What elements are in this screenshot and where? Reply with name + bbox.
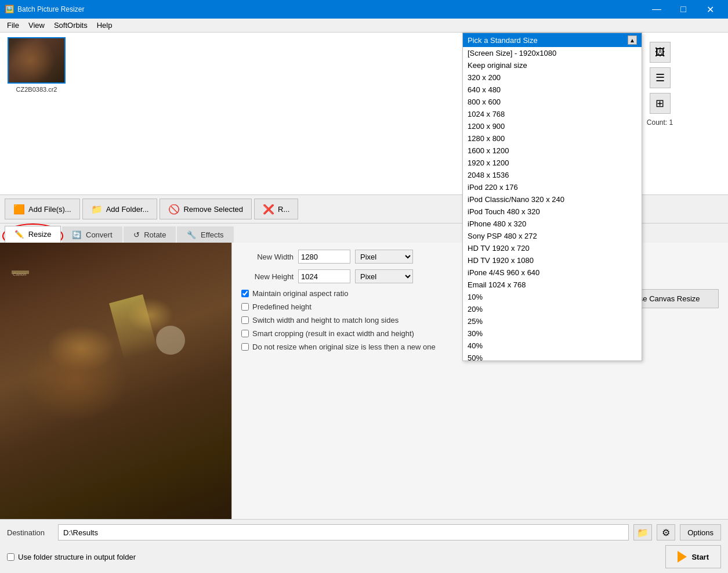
dropdown-item-4[interactable]: 800 x 600 — [463, 96, 642, 108]
destination-row: Destination 📁 ⚙ Options — [7, 524, 721, 540]
add-files-label: Add File(s)... — [28, 205, 71, 214]
start-button[interactable]: Start — [665, 545, 721, 568]
add-folder-button[interactable]: 📁 Add Folder... — [82, 199, 158, 219]
tab-resize[interactable]: ✏️ Resize — [5, 226, 61, 243]
file-item[interactable]: CZ2B0383.cr2 — [5, 37, 68, 93]
width-unit-select[interactable]: Pixel Percent Inch cm — [355, 250, 413, 264]
view-grid-button[interactable]: ⊞ — [650, 93, 671, 114]
dropdown-list[interactable]: [Screen Size] - 1920x1080 Keep original … — [463, 47, 642, 361]
dropdown-item-16[interactable]: HD TV 1920 x 720 — [463, 242, 642, 254]
dropdown-item-8[interactable]: 1600 x 1200 — [463, 145, 642, 157]
options-label: Options — [687, 528, 713, 537]
preview-panel: Canon — [0, 243, 232, 519]
maintain-aspect-checkbox[interactable] — [241, 290, 249, 297]
smart-crop-checkbox[interactable] — [241, 330, 249, 337]
menu-file[interactable]: File — [2, 20, 24, 31]
food-element-3 — [156, 326, 185, 355]
file-name: CZ2B0383.cr2 — [16, 86, 57, 93]
remove-all-button[interactable]: ❌ R... — [254, 199, 298, 219]
close-button[interactable]: ✕ — [697, 0, 723, 19]
dropdown-item-22[interactable]: 25% — [463, 315, 642, 327]
add-folder-icon: 📁 — [91, 203, 103, 215]
tab-convert[interactable]: 🔄 Convert — [62, 226, 122, 243]
view-list-button[interactable]: ☰ — [650, 67, 671, 88]
dropdown-item-7[interactable]: 1280 x 800 — [463, 132, 642, 145]
height-input[interactable] — [298, 269, 350, 283]
switch-sides-checkbox[interactable] — [241, 316, 249, 324]
width-input[interactable] — [298, 250, 350, 264]
dropdown-item-14[interactable]: iPhone 480 x 320 — [463, 218, 642, 230]
start-arrow-icon — [678, 551, 687, 563]
thumbnail-image — [9, 38, 64, 82]
predefined-height-checkbox[interactable] — [241, 303, 249, 311]
tab-effects[interactable]: 🔧 Effects — [177, 226, 233, 243]
file-thumbnail — [8, 37, 66, 84]
menu-view[interactable]: View — [24, 20, 49, 31]
resize-icon: ✏️ — [15, 230, 24, 239]
food-element-1 — [23, 340, 128, 421]
tab-rotate[interactable]: ↺ Rotate — [124, 226, 176, 243]
dropdown-item-12[interactable]: iPod Classic/Nano 320 x 240 — [463, 193, 642, 206]
remove-selected-button[interactable]: 🚫 Remove Selected — [160, 199, 252, 219]
remove-all-icon: ❌ — [263, 203, 274, 215]
switch-sides-label: Switch width and height to match long si… — [252, 316, 399, 325]
height-label: New Height — [241, 272, 294, 281]
canvas-btn-label: Use Canvas Resize — [633, 294, 700, 303]
options-button[interactable]: Options — [680, 524, 721, 540]
add-files-icon: 🟧 — [13, 203, 25, 215]
folder-structure-label: Use folder structure in output folder — [18, 553, 136, 561]
add-files-button[interactable]: 🟧 Add File(s)... — [5, 199, 80, 219]
rotate-icon: ↺ — [133, 230, 140, 239]
view-thumbnails-button[interactable]: 🖼 — [650, 42, 671, 63]
no-resize-small-checkbox[interactable] — [241, 343, 249, 351]
no-resize-small-label: Do not resize when original size is less… — [252, 343, 436, 351]
browse-destination-button[interactable]: 📁 — [633, 524, 652, 540]
dropdown-item-3[interactable]: 640 x 480 — [463, 84, 642, 96]
dropdown-item-18[interactable]: iPone 4/4S 960 x 640 — [463, 266, 642, 279]
dropdown-item-1[interactable]: Keep original size — [463, 59, 642, 71]
remove-selected-icon: 🚫 — [168, 203, 180, 215]
menu-softorbits[interactable]: SoftOrbits — [49, 20, 92, 31]
folder-structure-row: Use folder structure in output folder — [7, 553, 136, 561]
gear-button[interactable]: ⚙ — [657, 524, 675, 540]
height-unit-select[interactable]: Pixel Percent Inch cm — [355, 269, 413, 283]
dropdown-item-20[interactable]: 10% — [463, 291, 642, 303]
dropdown-item-19[interactable]: Email 1024 x 768 — [463, 279, 642, 291]
destination-input[interactable] — [58, 524, 629, 540]
dropdown-item-15[interactable]: Sony PSP 480 x 272 — [463, 230, 642, 242]
dropdown-item-13[interactable]: iPod Touch 480 x 320 — [463, 206, 642, 218]
dropdown-item-21[interactable]: 20% — [463, 303, 642, 315]
predefined-height-label: Predefined height — [252, 302, 312, 311]
dropdown-item-9[interactable]: 1920 x 1200 — [463, 157, 642, 169]
bottom-row: Use folder structure in output folder St… — [7, 545, 721, 568]
file-count: Count: 1 — [647, 118, 673, 127]
maximize-button[interactable]: □ — [670, 0, 697, 19]
effects-tab-label: Effects — [201, 230, 224, 239]
width-label: New Width — [241, 253, 294, 261]
smart-crop-label: Smart cropping (result in exact width an… — [252, 329, 414, 338]
dropdown-item-24[interactable]: 40% — [463, 340, 642, 352]
rotate-tab-label: Rotate — [144, 230, 166, 239]
dropdown-item-0[interactable]: [Screen Size] - 1920x1080 — [463, 47, 642, 59]
dropdown-item-23[interactable]: 30% — [463, 327, 642, 340]
destination-label: Destination — [7, 528, 53, 537]
effects-icon: 🔧 — [187, 230, 196, 239]
start-label: Start — [691, 553, 709, 561]
menu-help[interactable]: Help — [92, 20, 117, 31]
remove-all-label: R... — [278, 205, 289, 214]
dropdown-item-11[interactable]: iPod 220 x 176 — [463, 181, 642, 193]
dropdown-item-6[interactable]: 1200 x 900 — [463, 120, 642, 132]
dropdown-header: Pick a Standard Size ▲ — [463, 33, 642, 47]
dropdown-item-17[interactable]: HD TV 1920 x 1080 — [463, 254, 642, 266]
dropdown-scroll-up[interactable]: ▲ — [628, 35, 637, 45]
convert-tab-label: Convert — [86, 230, 113, 239]
watermark: Canon — [12, 271, 29, 274]
dropdown-item-25[interactable]: 50% — [463, 352, 642, 361]
bottom-bar: Destination 📁 ⚙ Options Use folder struc… — [0, 519, 728, 573]
dropdown-item-10[interactable]: 2048 x 1536 — [463, 169, 642, 181]
folder-structure-checkbox[interactable] — [7, 553, 15, 561]
dropdown-item-2[interactable]: 320 x 200 — [463, 71, 642, 84]
dropdown-item-5[interactable]: 1024 x 768 — [463, 108, 642, 120]
window-controls: — □ ✕ — [643, 0, 723, 19]
minimize-button[interactable]: — — [643, 0, 670, 19]
